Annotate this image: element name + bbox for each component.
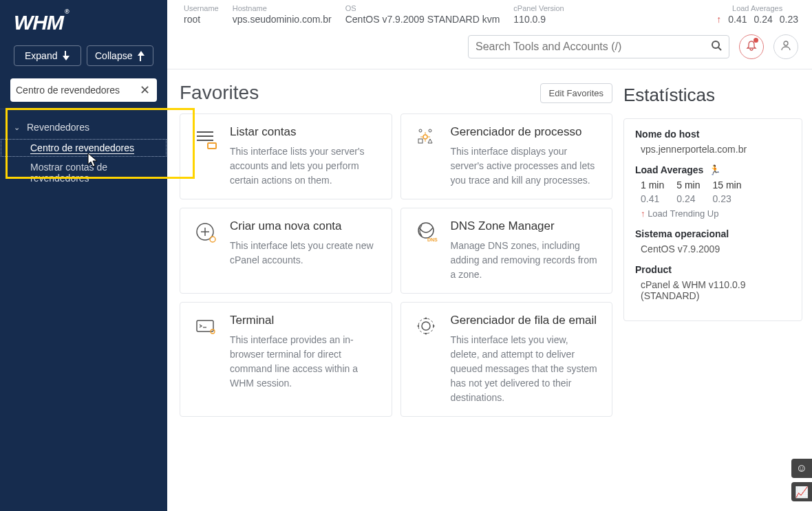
topbar-hostname: Hostname vps.seudominio.com.br (233, 4, 332, 25)
card-desc: This interface lists your server's accou… (230, 144, 379, 188)
arrow-up-icon (136, 51, 145, 61)
favorite-card-email-queue[interactable]: Gerenciador de fila de email This interf… (400, 302, 613, 417)
analytics-button[interactable]: 📈 (791, 482, 812, 501)
notifications-button[interactable] (739, 34, 764, 59)
stats-host-value: vps.jennerportela.com.br (635, 144, 791, 155)
svg-point-7 (419, 129, 422, 132)
user-menu-button[interactable] (773, 34, 798, 59)
svg-point-19 (418, 223, 434, 238)
card-desc: This interface lets you view, delete, an… (451, 333, 600, 405)
favorite-card-listar-contas[interactable]: Listar contas This interface lists your … (180, 113, 392, 199)
card-desc: Manage DNS zones, including adding and r… (451, 239, 600, 282)
svg-text:DNS: DNS (427, 237, 438, 242)
stats-os-label: Sistema operacional (635, 228, 791, 239)
chevron-down-icon: ⌄ (14, 123, 20, 132)
arrow-down-icon (61, 51, 70, 61)
chart-icon: 📈 (795, 486, 809, 499)
card-title: Gerenciador de fila de email (451, 314, 600, 327)
card-title: DNS Zone Manager (451, 219, 600, 233)
feedback-button[interactable]: ☺ (791, 459, 812, 478)
global-search[interactable] (468, 35, 729, 58)
svg-line-1 (718, 47, 721, 50)
topbar-os: OS CentOS v7.9.2009 STANDARD kvm (345, 4, 500, 25)
nav-group-revendedores[interactable]: ⌄ Revendedores (0, 116, 167, 138)
page-title: Favorites (180, 82, 259, 104)
card-title: Listar contas (230, 125, 379, 139)
main-area: Username root Hostname vps.seudominio.co… (167, 0, 812, 511)
svg-rect-9 (418, 139, 423, 143)
stats-host-label: Nome do host (635, 129, 791, 140)
email-queue-icon (414, 314, 440, 340)
sidebar: WHM® Expand Collapse Centro de revendedo… (0, 0, 167, 511)
stats-la-table: 1 min0.41 5 min0.24 15 min0.23 (635, 180, 791, 204)
stats-product-value: cPanel & WHM v110.0.9 (STANDARD) (635, 279, 791, 301)
card-title: Gerenciador de processo (451, 125, 600, 139)
sidebar-filter-input[interactable]: Centro de revendedores ✕ (10, 78, 157, 102)
card-desc: This interface provides an in-browser te… (230, 333, 379, 391)
create-account-icon (193, 219, 219, 246)
dns-zone-icon: DNS (414, 219, 440, 246)
collapse-button[interactable]: Collapse (87, 45, 154, 66)
favorite-card-gerenciador-processo[interactable]: Gerenciador de processo This interface d… (400, 113, 613, 199)
stats-panel: Nome do host vps.jennerportela.com.br Lo… (623, 118, 802, 321)
clear-filter-icon[interactable]: ✕ (138, 83, 151, 98)
topbar-cpanel-version: cPanel Version 110.0.9 (513, 4, 564, 25)
sidebar-item-label: Mostrar contas de revendedores (30, 162, 107, 184)
collapse-label: Collapse (95, 50, 132, 61)
favorite-card-dns-zone[interactable]: DNS DNS Zone Manager Manage DNS zones, i… (400, 208, 613, 294)
filter-value: Centro de revendedores (16, 85, 120, 96)
sidebar-item-label: Centro de revendedores (30, 142, 134, 153)
svg-point-10 (423, 135, 427, 139)
svg-point-8 (429, 129, 431, 132)
trend-up-icon: ↑ (641, 208, 645, 219)
sidebar-item-centro-revendedores[interactable]: Centro de revendedores (0, 138, 167, 157)
expand-label: Expand (25, 50, 57, 61)
search-icon[interactable] (711, 40, 722, 54)
stats-trending: ↑ Load Trending Up (635, 208, 791, 219)
user-icon (780, 40, 791, 54)
notification-dot (754, 38, 758, 43)
stats-title: Estatísticas (623, 85, 802, 106)
card-title: Terminal (230, 314, 379, 327)
svg-point-18 (210, 237, 215, 242)
svg-point-2 (784, 41, 788, 45)
card-desc: This interface displays your server's ac… (451, 144, 600, 188)
trend-up-icon: ↑ (716, 14, 721, 25)
running-icon: 🏃 (709, 164, 720, 175)
svg-point-24 (422, 322, 430, 330)
svg-rect-6 (208, 143, 216, 149)
stats-la-label: Load Averages 🏃 (635, 164, 791, 175)
svg-point-0 (712, 41, 719, 48)
expand-button[interactable]: Expand (14, 45, 81, 66)
topbar-username: Username root (184, 4, 219, 25)
search-input[interactable] (476, 41, 711, 53)
sidebar-item-mostrar-contas[interactable]: Mostrar contas de revendedores (0, 157, 167, 188)
card-desc: This interface lets you create new cPane… (230, 239, 379, 268)
topbar-load-averages: Load Averages ↑ 0.41 0.24 0.23 (716, 4, 798, 25)
favorite-card-criar-conta[interactable]: Criar uma nova conta This interface lets… (180, 208, 392, 294)
card-title: Criar uma nova conta (230, 219, 379, 233)
nav-group-label: Revendedores (27, 122, 89, 133)
stats-os-value: CentOS v7.9.2009 (635, 243, 791, 254)
whm-logo: WHM® (0, 0, 167, 41)
smile-icon: ☺ (796, 462, 807, 475)
list-accounts-icon (193, 125, 219, 151)
topbar: Username root Hostname vps.seudominio.co… (167, 0, 812, 28)
favorite-card-terminal[interactable]: Terminal This interface provides an in-b… (180, 302, 392, 417)
terminal-icon (193, 314, 219, 340)
process-manager-icon (414, 125, 440, 151)
stats-product-label: Product (635, 264, 791, 275)
edit-favorites-button[interactable]: Edit Favorites (540, 83, 612, 103)
svg-point-25 (418, 318, 434, 334)
